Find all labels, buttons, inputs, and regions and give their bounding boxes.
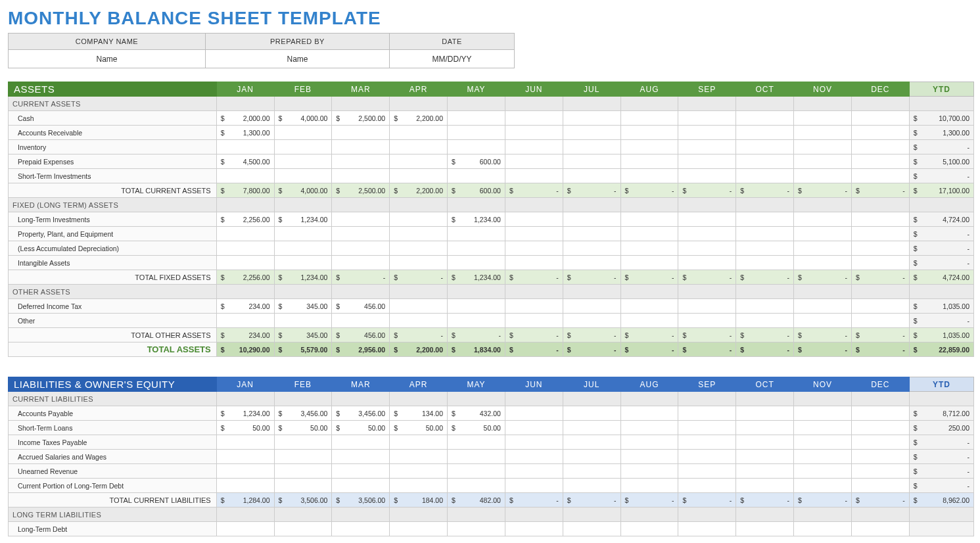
subtotal-cell[interactable]: $- [563, 493, 620, 508]
subtotal-cell[interactable]: $- [505, 270, 563, 285]
data-cell[interactable] [390, 241, 448, 256]
data-cell[interactable] [851, 450, 909, 464]
data-cell[interactable] [332, 140, 390, 154]
data-cell[interactable] [620, 241, 678, 256]
data-cell[interactable] [736, 421, 794, 435]
data-cell[interactable] [274, 169, 332, 183]
subtotal-cell[interactable]: $184.00 [390, 493, 448, 508]
data-cell[interactable] [332, 450, 390, 464]
data-cell[interactable] [563, 126, 620, 140]
data-cell[interactable] [390, 126, 448, 140]
data-cell[interactable] [390, 227, 448, 241]
ytd-cell[interactable]: $- [909, 314, 973, 328]
data-cell[interactable] [736, 227, 794, 241]
date-cell[interactable]: MM/DD/YY [390, 50, 515, 68]
data-cell[interactable] [390, 212, 448, 227]
data-cell[interactable] [448, 256, 505, 270]
data-cell[interactable] [332, 241, 390, 256]
ytd-cell[interactable]: $10,700.00 [909, 111, 973, 126]
data-cell[interactable] [794, 227, 852, 241]
data-cell[interactable] [390, 140, 448, 154]
data-cell[interactable] [505, 421, 563, 435]
data-cell[interactable] [332, 479, 390, 493]
subtotal-cell[interactable]: $3,506.00 [332, 493, 390, 508]
data-cell[interactable] [505, 435, 563, 450]
data-cell[interactable] [851, 111, 909, 126]
data-cell[interactable] [332, 227, 390, 241]
data-cell[interactable] [678, 406, 736, 421]
subtotal-cell[interactable]: $234.00 [216, 328, 274, 342]
ytd-cell[interactable]: $1,300.00 [909, 126, 973, 140]
ytd-cell[interactable]: $- [909, 241, 973, 256]
grand-cell[interactable]: $- [794, 342, 852, 357]
data-cell[interactable] [678, 212, 736, 227]
data-cell[interactable]: $50.00 [390, 421, 448, 435]
data-cell[interactable] [332, 256, 390, 270]
data-cell[interactable] [851, 522, 909, 536]
data-cell[interactable] [563, 299, 620, 314]
subtotal-ytd-cell[interactable]: $17,100.00 [909, 183, 973, 198]
data-cell[interactable] [620, 140, 678, 154]
data-cell[interactable] [563, 140, 620, 154]
ytd-cell[interactable]: $1,035.00 [909, 299, 973, 314]
data-cell[interactable] [794, 169, 852, 183]
data-cell[interactable] [620, 227, 678, 241]
grand-cell[interactable]: $- [678, 342, 736, 357]
data-cell[interactable] [563, 256, 620, 270]
data-cell[interactable] [505, 241, 563, 256]
data-cell[interactable] [678, 421, 736, 435]
data-cell[interactable]: $50.00 [216, 421, 274, 435]
data-cell[interactable] [851, 126, 909, 140]
data-cell[interactable] [390, 464, 448, 479]
data-cell[interactable] [736, 169, 794, 183]
subtotal-cell[interactable]: $- [851, 328, 909, 342]
data-cell[interactable]: $50.00 [448, 421, 505, 435]
data-cell[interactable] [620, 421, 678, 435]
data-cell[interactable] [448, 479, 505, 493]
grand-cell[interactable]: $- [736, 342, 794, 357]
data-cell[interactable] [794, 140, 852, 154]
data-cell[interactable] [274, 314, 332, 328]
data-cell[interactable] [563, 314, 620, 328]
data-cell[interactable] [332, 522, 390, 536]
data-cell[interactable] [620, 212, 678, 227]
data-cell[interactable] [736, 450, 794, 464]
subtotal-cell[interactable]: $- [851, 493, 909, 508]
data-cell[interactable] [620, 522, 678, 536]
data-cell[interactable] [505, 522, 563, 536]
data-cell[interactable] [794, 522, 852, 536]
data-cell[interactable] [274, 522, 332, 536]
subtotal-cell[interactable]: $345.00 [274, 328, 332, 342]
subtotal-cell[interactable]: $- [794, 493, 852, 508]
data-cell[interactable] [216, 314, 274, 328]
data-cell[interactable] [448, 241, 505, 256]
data-cell[interactable] [851, 479, 909, 493]
data-cell[interactable] [678, 126, 736, 140]
data-cell[interactable] [851, 227, 909, 241]
data-cell[interactable] [332, 314, 390, 328]
ytd-cell[interactable]: $- [909, 450, 973, 464]
data-cell[interactable] [505, 299, 563, 314]
ytd-cell[interactable]: $5,100.00 [909, 154, 973, 169]
data-cell[interactable]: $600.00 [448, 154, 505, 169]
data-cell[interactable] [736, 314, 794, 328]
data-cell[interactable] [678, 450, 736, 464]
data-cell[interactable] [736, 126, 794, 140]
data-cell[interactable] [736, 522, 794, 536]
subtotal-cell[interactable]: $1,284.00 [216, 493, 274, 508]
data-cell[interactable] [620, 314, 678, 328]
data-cell[interactable]: $2,256.00 [216, 212, 274, 227]
data-cell[interactable] [620, 111, 678, 126]
data-cell[interactable] [505, 479, 563, 493]
data-cell[interactable] [794, 450, 852, 464]
data-cell[interactable] [678, 140, 736, 154]
subtotal-cell[interactable]: $- [794, 270, 852, 285]
data-cell[interactable] [505, 111, 563, 126]
subtotal-cell[interactable]: $- [505, 493, 563, 508]
data-cell[interactable] [851, 241, 909, 256]
data-cell[interactable] [274, 464, 332, 479]
data-cell[interactable] [505, 256, 563, 270]
data-cell[interactable]: $1,234.00 [216, 406, 274, 421]
data-cell[interactable] [851, 212, 909, 227]
data-cell[interactable]: $432.00 [448, 406, 505, 421]
